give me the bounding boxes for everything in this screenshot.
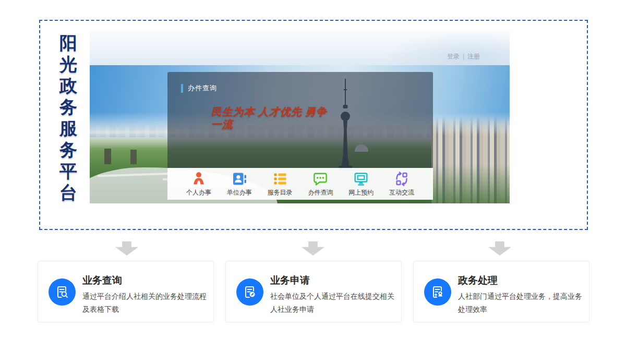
title-char: 台	[51, 182, 86, 203]
card-icon-circle	[236, 278, 263, 306]
page-title: 阳 光 政 务 服 务 平 台	[51, 32, 86, 203]
accent-bar	[181, 84, 183, 93]
page: 阳 光 政 务 服 务 平 台 登录|注册	[0, 0, 626, 364]
nav-item-online-appointment[interactable]: 网上预约	[342, 171, 380, 197]
login-link[interactable]: 登录	[447, 53, 460, 60]
hero-banner: 登录|注册	[90, 30, 510, 203]
nav-item-interactive-exchange[interactable]: 互动交流	[383, 171, 420, 197]
card-description: 人社部门通过平台处理业务，提高业务处理效率	[458, 290, 583, 316]
query-overlay-panel: 办件查询 民生为本 人才优先 勇争一流	[167, 72, 433, 168]
document-search-icon	[55, 285, 69, 299]
monitor-icon	[353, 171, 369, 187]
document-edit-icon	[243, 285, 257, 299]
building-silhouette	[104, 149, 111, 164]
card-icon-circle	[49, 278, 76, 306]
nav-item-unit-services[interactable]: 单位办事	[221, 171, 258, 197]
title-char: 务	[51, 139, 86, 161]
register-link[interactable]: 注册	[467, 53, 480, 60]
feature-card-business-application[interactable]: 业务申请 社会单位及个人通过平台在线提交相关人社业务申请	[225, 261, 402, 322]
city-buildings	[431, 116, 510, 203]
card-description: 通过平台介绍人社相关的业务处理流程及表格下载	[82, 290, 208, 316]
id-card-icon	[232, 171, 247, 187]
flow-arrow-down	[488, 241, 511, 256]
card-icon-circle	[424, 278, 451, 306]
document-stamp-icon	[431, 285, 444, 299]
nav-item-service-directory[interactable]: 服务目录	[261, 171, 299, 197]
list-icon	[272, 171, 288, 187]
calligraphy-slogan: 民生为本 人才优先 勇争一流	[211, 105, 336, 130]
nav-item-label: 个人办事	[186, 188, 211, 197]
card-title: 业务查询	[82, 274, 122, 287]
title-char: 务	[51, 96, 86, 118]
card-description: 社会单位及个人通过平台在线提交相关人社业务申请	[270, 290, 395, 316]
panel-header: 办件查询	[181, 83, 433, 93]
nav-item-label: 服务目录	[268, 188, 293, 197]
title-char: 政	[51, 75, 86, 96]
feature-card-business-query[interactable]: 业务查询 通过平台介绍人社相关的业务处理流程及表格下载	[38, 261, 214, 322]
nav-item-label: 网上预约	[348, 188, 374, 197]
title-char: 平	[51, 161, 86, 182]
nav-item-label: 互动交流	[389, 188, 414, 197]
flow-arrow-down	[302, 241, 324, 256]
flow-arrow-down	[115, 241, 138, 256]
person-icon	[191, 171, 207, 187]
auth-links: 登录|注册	[447, 52, 480, 61]
title-char: 阳	[51, 32, 86, 54]
panel-section-label: 办件查询	[188, 83, 217, 93]
chat-bubble-icon	[312, 171, 328, 187]
title-char: 光	[51, 54, 86, 75]
quick-nav-bar: 个人办事 单位办事	[167, 168, 433, 200]
card-title: 业务申请	[270, 274, 310, 287]
card-title: 政务处理	[458, 274, 498, 287]
auth-separator: |	[463, 53, 464, 60]
feature-card-government-processing[interactable]: 政务处理 人社部门通过平台处理业务，提高业务处理效率	[413, 261, 589, 322]
title-char: 服	[51, 118, 86, 139]
exchange-icon	[394, 171, 410, 187]
nav-item-label: 单位办事	[227, 188, 252, 197]
nav-item-label: 办件查询	[308, 188, 333, 197]
building-silhouette	[130, 150, 137, 164]
nav-item-personal-services[interactable]: 个人办事	[180, 171, 218, 197]
nav-item-case-query[interactable]: 办件查询	[302, 171, 339, 197]
